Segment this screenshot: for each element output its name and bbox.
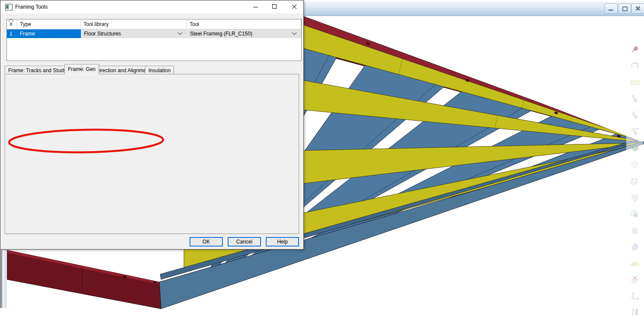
row-num-cell[interactable]: 1 bbox=[7, 29, 17, 38]
select-face-icon[interactable] bbox=[630, 123, 640, 140]
row-type-cell[interactable]: Frame bbox=[17, 29, 81, 38]
tab-insulation[interactable]: Insulation bbox=[145, 66, 174, 74]
delete-box-icon[interactable] bbox=[630, 271, 640, 288]
mdi-close-button[interactable] bbox=[631, 3, 644, 13]
cube-wire-icon[interactable] bbox=[630, 156, 640, 173]
viewport-side-toolbar bbox=[626, 41, 643, 321]
slab-icon[interactable] bbox=[630, 255, 640, 271]
pin-icon[interactable] bbox=[630, 41, 640, 58]
tool-combobox[interactable]: Steel Framing (FLR_C150) bbox=[187, 29, 301, 38]
mdi-restore-button[interactable] bbox=[618, 3, 631, 13]
tab-frame-tracks-and-studs[interactable]: Frame: Tracks and Studs bbox=[5, 66, 70, 74]
ok-button[interactable]: OK bbox=[190, 237, 223, 247]
dialog-title-bar[interactable]: Framing Tools bbox=[0, 0, 303, 13]
tab-frame-gen[interactable]: Frame: Gen bbox=[64, 64, 99, 74]
viewport-left-border bbox=[0, 250, 7, 308]
columns-icon[interactable] bbox=[630, 304, 640, 320]
chevron-down-icon bbox=[292, 30, 296, 35]
dialog-close-button[interactable] bbox=[285, 0, 304, 13]
chevron-down-icon bbox=[177, 30, 182, 35]
tool-library-combobox[interactable]: Floor Structures bbox=[81, 29, 187, 38]
tool-library-value: Floor Structures bbox=[84, 31, 121, 37]
tool-table-header: # Type Tool library Tool bbox=[7, 19, 301, 29]
cube-wire2-icon[interactable] bbox=[630, 173, 640, 189]
cube-select-icon[interactable] bbox=[630, 205, 640, 222]
select-circle-icon[interactable] bbox=[630, 90, 640, 107]
col-header-tool-library[interactable]: Tool library bbox=[81, 19, 187, 29]
dialog-title: Framing Tools bbox=[15, 4, 48, 10]
dialog-maximize-button[interactable] bbox=[265, 0, 285, 13]
tool-value: Steel Framing (FLR_C150) bbox=[190, 31, 252, 37]
framing-tools-dialog: Framing Tools # Type Tool library Tool 1… bbox=[0, 0, 304, 250]
block-l-icon[interactable] bbox=[630, 238, 640, 255]
dialog-app-icon bbox=[5, 4, 13, 10]
ruler-icon[interactable] bbox=[630, 74, 640, 90]
rotate-icon[interactable] bbox=[630, 58, 640, 74]
cube-solid-icon[interactable] bbox=[630, 140, 640, 156]
cancel-button[interactable]: Cancel bbox=[228, 237, 261, 247]
screen: { "app": { "mdi_controls": [ {"name": "m… bbox=[0, 0, 644, 330]
help-button[interactable]: Help bbox=[266, 237, 299, 247]
axes-icon[interactable] bbox=[630, 288, 640, 304]
mdi-minimize-button[interactable] bbox=[605, 3, 618, 13]
table-row[interactable]: 1 Frame Floor Structures Steel Framing (… bbox=[7, 29, 301, 38]
cube-shaded-icon[interactable] bbox=[630, 189, 640, 205]
tab-page-frame-gen bbox=[5, 74, 299, 234]
select-lines-icon[interactable] bbox=[630, 107, 640, 123]
dialog-minimize-button[interactable] bbox=[246, 0, 265, 13]
col-header-type[interactable]: Type bbox=[17, 19, 81, 29]
col-header-tool[interactable]: Tool bbox=[187, 19, 301, 29]
tool-table: # Type Tool library Tool 1 Frame Floor S… bbox=[6, 19, 302, 61]
list-icon[interactable] bbox=[630, 222, 640, 238]
